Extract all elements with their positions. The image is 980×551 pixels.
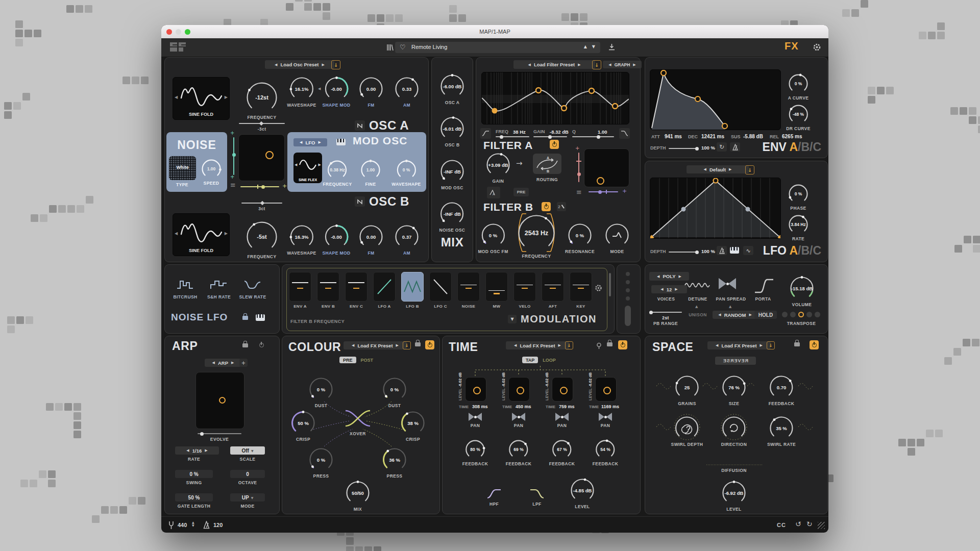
prev-icon[interactable]: ◀ (657, 274, 659, 279)
direction-knob[interactable]: DIRECTION (721, 415, 747, 447)
voice-count-stepper[interactable]: ◀12▶ (651, 285, 687, 293)
space-level-knob[interactable]: -6.92 dBLEVEL (721, 480, 747, 512)
tap-feedback-knob[interactable]: 69 %FEEDBACK (506, 439, 531, 466)
detune-icon[interactable] (684, 281, 712, 289)
xy-cursor[interactable] (219, 397, 226, 404)
mod-slot-lfo-a[interactable]: LFO A (374, 272, 395, 309)
favorite-heart-icon[interactable]: ♡ (400, 43, 406, 51)
zoom-button[interactable] (185, 29, 190, 35)
pb-range-slider[interactable] (649, 312, 682, 313)
filter-xy-pad[interactable] (584, 148, 629, 187)
arp-rate-selector[interactable]: ◀1/16▶ (175, 446, 219, 455)
mod-slot-aft[interactable]: AFT (542, 272, 564, 309)
colour-preset-load-icon[interactable]: ↓ (403, 341, 411, 349)
tap-pad[interactable] (465, 377, 486, 402)
filter-graph-display[interactable] (481, 72, 629, 124)
transpose-dot[interactable] (782, 312, 788, 317)
next-icon[interactable]: ▶ (749, 313, 751, 317)
swing-value-box[interactable]: 0 % (175, 470, 213, 478)
mod-slot-mw[interactable]: MW (486, 272, 507, 309)
tuning-stepper[interactable]: ▲▼ (192, 521, 194, 527)
routing-button[interactable]: A B (533, 154, 561, 174)
osc-preset-selector[interactable]: ◀Load Osc Preset▶ (265, 60, 334, 69)
minimize-button[interactable] (176, 29, 181, 35)
tap-pan-icon[interactable] (512, 413, 525, 421)
next-icon[interactable]: ▶ (396, 343, 399, 347)
osc-a-wave-display[interactable]: ◀ ▶ SINE FOLD (173, 77, 230, 120)
tap-pan-icon[interactable] (469, 413, 482, 421)
lfo-preset-load-icon[interactable]: ↓ (745, 165, 754, 174)
mod-slot-env-a[interactable]: ENV A (289, 272, 311, 309)
pre-option[interactable]: PRE (339, 357, 356, 363)
highpass-icon[interactable] (480, 128, 491, 139)
tap-cursor[interactable] (603, 387, 611, 394)
slew-rate-icon[interactable] (243, 278, 262, 291)
noise-type-box[interactable]: White (169, 156, 196, 180)
wave-next-icon[interactable]: ▶ (318, 163, 321, 167)
osc-preset-load-icon[interactable]: ↓ (331, 60, 340, 69)
crisp-right-knob[interactable]: 38 %CRISP (400, 410, 426, 442)
tap-level[interactable]: LEVEL -6.02 dB (458, 377, 462, 400)
prev-icon[interactable]: ◀ (212, 361, 215, 365)
mod-slot-env-c[interactable]: ENV C (346, 272, 367, 309)
preset-bar[interactable]: ♡ Remote Living ▲ ▼ (395, 42, 600, 53)
mod-pager-strip[interactable] (617, 264, 641, 334)
filter-b-power-button[interactable] (542, 202, 551, 211)
mix-osc-b-knob[interactable]: -6.01 dBOSC B (439, 116, 465, 147)
tempo-metronome-icon[interactable] (203, 521, 210, 529)
fb-mod-plus-icon[interactable]: + (575, 145, 579, 151)
prev-icon[interactable]: ◀ (528, 63, 530, 67)
tap-pad[interactable] (595, 377, 617, 402)
filter-a-gain-knob[interactable]: +3.09 dBGAIN (485, 152, 511, 184)
tap-level[interactable]: LEVEL -6.02 dB (588, 377, 593, 400)
next-icon[interactable]: ▶ (578, 63, 580, 67)
time-level-knob[interactable]: -4.85 dBLEVEL (570, 478, 595, 509)
tap-feedback-knob[interactable]: 67 %FEEDBACK (549, 439, 575, 466)
prev-icon[interactable]: ◀ (352, 343, 354, 347)
gate-length-box[interactable]: 50 % (175, 493, 213, 502)
mod-slot-lfo-b[interactable]: LFO B (402, 272, 423, 309)
arp-direction-select[interactable]: UP▼ (230, 493, 265, 502)
redo-icon[interactable]: ↻ (806, 520, 813, 528)
mod-slot-env-b[interactable]: ENV B (317, 272, 339, 309)
settings-gear-icon[interactable] (813, 43, 821, 52)
voice-mode-selector[interactable]: ◀POLY▶ (649, 272, 689, 281)
prev-icon[interactable]: ◀ (660, 287, 663, 291)
osc-a-waveshape-knob[interactable]: 16.1%WAVESHAPE (287, 76, 316, 108)
transpose-dot[interactable] (790, 312, 796, 317)
bitcrush-icon[interactable] (176, 278, 194, 291)
decay-release-curve-knob[interactable]: -48 %DR CURVE (786, 104, 810, 131)
mod-slot-key[interactable]: KEY (570, 272, 592, 309)
mod-scrollbar[interactable] (609, 273, 611, 296)
tap-cursor[interactable] (473, 387, 481, 394)
master-volume-knob[interactable]: -15.18 dBVOLUME (789, 276, 815, 307)
arp-xy-pad[interactable] (195, 372, 244, 429)
osc-b-wave-display[interactable]: ◀ ▶ SINE FOLD (173, 213, 230, 256)
colour-power-button[interactable] (425, 340, 434, 349)
osc-b-frequency-knob[interactable]: -5stFREQUENCY (246, 220, 278, 259)
tap-level[interactable]: LEVEL -6.02 dB (545, 377, 549, 400)
filter-preset-selector[interactable]: ◀Load Filter Preset▶ (513, 60, 595, 69)
filter-a-power-button[interactable] (550, 140, 559, 149)
tap-pad[interactable] (508, 377, 530, 402)
env-loop-icon[interactable]: ↻ (717, 142, 727, 152)
mod-osc-fine-knob[interactable]: 1.00FINE (360, 159, 381, 187)
lfo-wave-icon[interactable]: ∿ (743, 246, 753, 255)
lfo-display[interactable] (650, 178, 781, 239)
menu-hamburger-icon[interactable]: ≡ (230, 181, 236, 189)
filter-b-resonance-knob[interactable]: 0 %RESONANCE (565, 222, 595, 254)
wave-next-icon[interactable]: ▶ (225, 231, 228, 236)
lock-icon[interactable] (242, 316, 248, 320)
lfo-rate-knob[interactable]: 3.84 HzRATE (788, 214, 809, 241)
pre-post-button[interactable]: PRE (513, 188, 529, 196)
save-preset-icon[interactable] (607, 43, 616, 52)
mod-osc-wave-display[interactable]: ◀ ▶ SINE FLEX (293, 153, 322, 183)
wave-prev-icon[interactable]: ◀ (295, 163, 297, 167)
keytrack-icon[interactable] (256, 314, 265, 321)
filter-a-shape-icon[interactable]: A (487, 187, 500, 198)
add-step-icon[interactable]: + (239, 359, 248, 367)
lfo-depth-slider[interactable] (669, 252, 697, 253)
preset-name[interactable]: Remote Living (411, 44, 447, 50)
xslider-plus-icon[interactable]: + (282, 183, 287, 189)
sh-rate-icon[interactable] (210, 278, 228, 291)
